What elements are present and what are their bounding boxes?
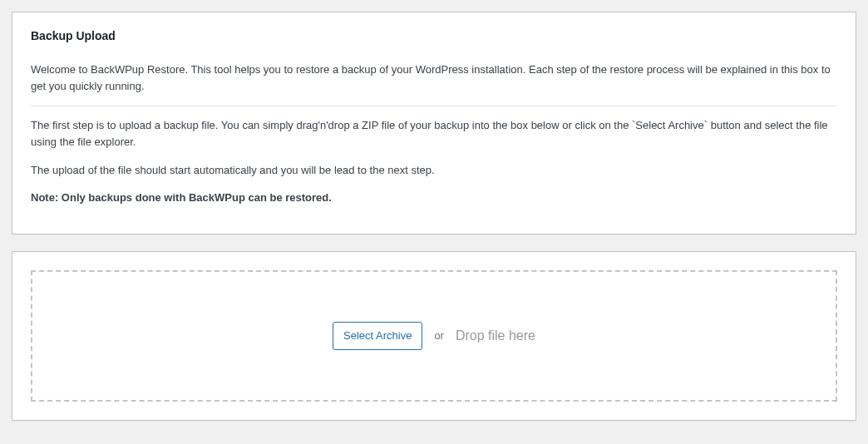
- select-archive-button[interactable]: Select Archive: [333, 322, 422, 350]
- upload-panel: Select Archive or Drop file here: [12, 251, 856, 421]
- info-panel: Backup Upload Welcome to BackWPup Restor…: [12, 12, 856, 234]
- step1-text: The first step is to upload a backup fil…: [31, 117, 837, 150]
- divider: [31, 106, 837, 106]
- note-strong: Note: Only backups done with BackWPup ca…: [31, 191, 332, 204]
- note-text: Note: Only backups done with BackWPup ca…: [31, 190, 837, 206]
- info-panel-inner: Backup Upload Welcome to BackWPup Restor…: [12, 12, 856, 234]
- dropzone[interactable]: Select Archive or Drop file here: [31, 270, 837, 402]
- panel-title: Backup Upload: [31, 22, 837, 51]
- upload-info-text: The upload of the file should start auto…: [31, 162, 837, 179]
- or-label: or: [434, 329, 444, 342]
- drop-file-label: Drop file here: [456, 328, 535, 343]
- intro-text: Welcome to BackWPup Restore. This tool h…: [31, 62, 837, 95]
